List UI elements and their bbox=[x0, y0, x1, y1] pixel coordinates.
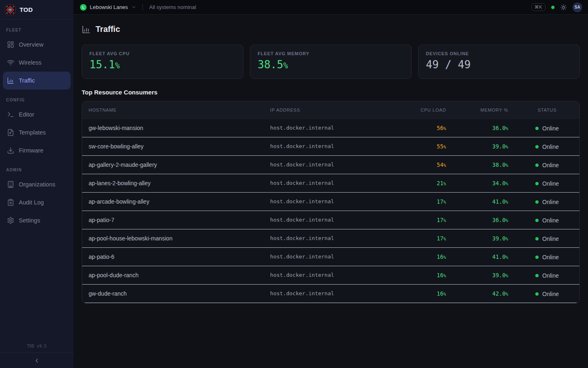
status-cell: Online bbox=[515, 192, 579, 211]
hostname-cell: gw-lebowski-mansion bbox=[82, 119, 264, 137]
sidebar-collapse-button[interactable] bbox=[0, 352, 74, 368]
status-label: Online bbox=[542, 125, 559, 132]
hostname-cell: ap-lanes-2-bowling-alley bbox=[82, 174, 264, 192]
online-status-dot bbox=[535, 164, 539, 167]
sidebar-item-templates[interactable]: Templates bbox=[3, 123, 71, 141]
status-label: Online bbox=[542, 180, 559, 187]
column-header-memory: MEMORY % bbox=[452, 101, 514, 119]
main-column: L Lebowski Lanes All systems nominal ⌘K … bbox=[74, 0, 588, 368]
tod-logo-icon bbox=[5, 4, 16, 15]
table-row[interactable]: ap-gallery-2-maude-galleryhost.docker.in… bbox=[82, 155, 579, 174]
stat-value: 15.1% bbox=[89, 59, 236, 71]
table-header-row: HOSTNAMEIP ADDRESSCPU LOADMEMORY %STATUS bbox=[82, 101, 579, 119]
memory-cell: 39.0% bbox=[452, 137, 514, 155]
hostname-cell: sw-core-bowling-alley bbox=[82, 137, 264, 155]
status-label: Online bbox=[542, 144, 559, 150]
sidebar-item-settings[interactable]: Settings bbox=[3, 211, 71, 229]
status-label: Online bbox=[542, 217, 559, 224]
hostname-cell: ap-arcade-bowling-alley bbox=[82, 192, 264, 211]
online-status-dot bbox=[535, 145, 539, 148]
sidebar-item-label: Organizations bbox=[19, 181, 55, 188]
cpu-load-cell: 55% bbox=[398, 137, 452, 155]
stat-label: FLEET AVG CPU bbox=[89, 51, 236, 56]
page-title-row: Traffic bbox=[82, 25, 580, 34]
sidebar-item-traffic[interactable]: Traffic bbox=[3, 72, 71, 90]
table-row[interactable]: ap-patio-6host.docker.internal16%41.0%On… bbox=[82, 247, 579, 266]
cpu-load-cell: 16% bbox=[398, 247, 452, 266]
table-title: Top Resource Consumers bbox=[82, 89, 580, 96]
table-row[interactable]: gw-dude-ranchhost.docker.internal16%42.0… bbox=[82, 284, 579, 303]
memory-cell: 41.0% bbox=[452, 192, 514, 211]
status-label: Online bbox=[542, 254, 559, 260]
memory-cell: 41.0% bbox=[452, 247, 514, 266]
topbar: L Lebowski Lanes All systems nominal ⌘K … bbox=[74, 0, 588, 15]
cpu-load-cell: 16% bbox=[398, 266, 452, 284]
status-label: Online bbox=[542, 236, 559, 242]
sidebar-item-label: Traffic bbox=[19, 77, 35, 84]
memory-cell: 38.0% bbox=[452, 155, 514, 174]
ip-address-cell: host.docker.internal bbox=[264, 192, 398, 211]
user-avatar[interactable]: SA bbox=[572, 2, 582, 12]
hostname-cell: ap-pool-dude-ranch bbox=[82, 266, 264, 284]
sidebar-item-audit-log[interactable]: Audit Log bbox=[3, 193, 71, 211]
command-palette-shortcut[interactable]: ⌘K bbox=[531, 3, 546, 11]
table-row[interactable]: sw-core-bowling-alleyhost.docker.interna… bbox=[82, 137, 579, 155]
table-row[interactable]: gw-lebowski-mansionhost.docker.internal5… bbox=[82, 119, 579, 137]
online-status-dot bbox=[535, 256, 539, 259]
file-icon bbox=[7, 129, 14, 136]
hostname-cell: ap-pool-house-lebowski-mansion bbox=[82, 229, 264, 247]
sidebar-item-organizations[interactable]: Organizations bbox=[3, 175, 71, 193]
sidebar-item-overview[interactable]: Overview bbox=[3, 36, 71, 54]
org-switcher[interactable]: L Lebowski Lanes bbox=[80, 4, 136, 11]
nav-section-fleet: FLEET bbox=[3, 20, 71, 36]
memory-cell: 36.0% bbox=[452, 211, 514, 229]
status-cell: Online bbox=[515, 266, 579, 284]
ip-address-cell: host.docker.internal bbox=[264, 155, 398, 174]
stat-value: 38.5% bbox=[258, 59, 404, 71]
sidebar-item-editor[interactable]: Editor bbox=[3, 105, 71, 123]
table-row[interactable]: ap-pool-house-lebowski-mansionhost.docke… bbox=[82, 229, 579, 247]
online-status-dot bbox=[535, 237, 539, 240]
table-row[interactable]: ap-pool-dude-ranchhost.docker.internal16… bbox=[82, 266, 579, 284]
cpu-load-cell: 17% bbox=[398, 211, 452, 229]
memory-cell: 39.0% bbox=[452, 266, 514, 284]
table-row[interactable]: ap-lanes-2-bowling-alleyhost.docker.inte… bbox=[82, 174, 579, 192]
sun-icon[interactable] bbox=[560, 4, 567, 11]
system-status-text: All systems nominal bbox=[149, 4, 196, 10]
status-label: Online bbox=[542, 162, 559, 168]
app-root: TOD FLEETOverviewWirelessTrafficCONFIGEd… bbox=[0, 0, 588, 368]
online-status-dot bbox=[535, 127, 539, 130]
chevron-left-icon bbox=[33, 357, 40, 364]
app-name: TOD bbox=[20, 6, 33, 13]
stat-label: DEVICES ONLINE bbox=[426, 51, 572, 56]
status-cell: Online bbox=[515, 119, 579, 137]
sidebar-item-firmware[interactable]: Firmware bbox=[3, 141, 71, 159]
sidebar-item-label: Wireless bbox=[19, 59, 42, 66]
resource-table-card: HOSTNAMEIP ADDRESSCPU LOADMEMORY %STATUS… bbox=[82, 101, 580, 303]
cpu-load-cell: 17% bbox=[398, 192, 452, 211]
hostname-cell: ap-gallery-2-maude-gallery bbox=[82, 155, 264, 174]
ip-address-cell: host.docker.internal bbox=[264, 229, 398, 247]
page-title: Traffic bbox=[96, 25, 120, 34]
wifi-icon bbox=[7, 59, 14, 66]
app-logo[interactable]: TOD bbox=[0, 0, 74, 20]
sidebar-item-wireless[interactable]: Wireless bbox=[3, 54, 71, 72]
ip-address-cell: host.docker.internal bbox=[264, 174, 398, 192]
org-name: Lebowski Lanes bbox=[90, 4, 128, 10]
status-label: Online bbox=[542, 291, 559, 297]
stat-card-devices-online: DEVICES ONLINE49 / 49 bbox=[418, 45, 580, 79]
ip-address-cell: host.docker.internal bbox=[264, 119, 398, 137]
sidebar-item-label: Settings bbox=[19, 217, 40, 224]
sidebar-item-label: Audit Log bbox=[19, 199, 44, 206]
column-header-status: STATUS bbox=[515, 101, 579, 119]
clipboard-icon bbox=[7, 199, 14, 206]
cpu-load-cell: 17% bbox=[398, 229, 452, 247]
online-status-dot bbox=[535, 182, 539, 185]
ip-address-cell: host.docker.internal bbox=[264, 266, 398, 284]
table-row[interactable]: ap-patio-7host.docker.internal17%36.0%On… bbox=[82, 211, 579, 229]
status-cell: Online bbox=[515, 137, 579, 155]
table-row[interactable]: ap-arcade-bowling-alleyhost.docker.inter… bbox=[82, 192, 579, 211]
chevron-down-icon bbox=[131, 4, 136, 10]
sidebar-item-label: Templates bbox=[19, 129, 46, 136]
terminal-icon bbox=[7, 111, 14, 118]
